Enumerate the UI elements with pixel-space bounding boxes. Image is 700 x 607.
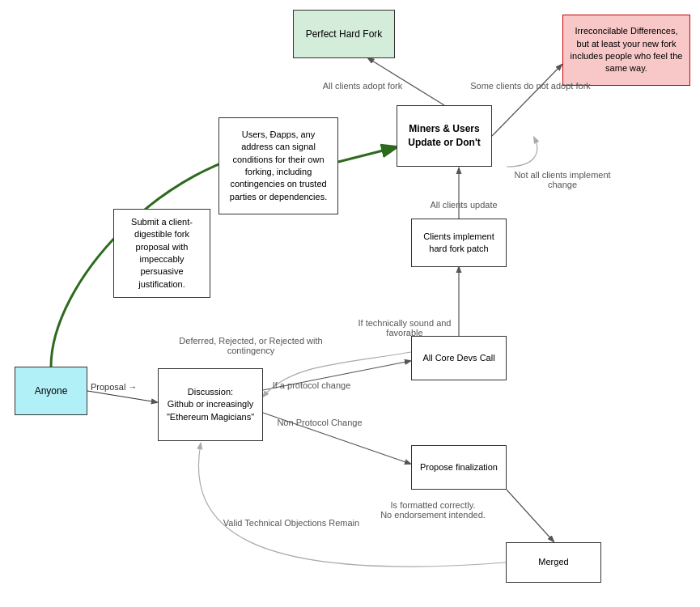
merged-label: Merged	[538, 556, 568, 568]
svg-line-8	[507, 490, 554, 541]
non-protocol-label: Non Protocol Change	[267, 418, 372, 427]
proposal-label: Proposal →	[91, 382, 137, 392]
all-core-devs-node: All Core Devs Call	[411, 336, 507, 380]
svg-line-3	[492, 65, 562, 136]
all-clients-update-label: All clients update	[419, 200, 508, 210]
perfect-fork-node: Perfect Hard Fork	[293, 10, 395, 58]
propose-finalization-label: Propose finalization	[420, 461, 498, 473]
if-technically-label: If technically sound and favorable	[340, 318, 469, 337]
not-all-clients-label: Not all clients implement change	[510, 170, 615, 189]
diagram-container: Anyone Perfect Hard Fork Irreconcilable …	[0, 0, 700, 607]
discussion-label: Discussion:Github or increasingly"Ethere…	[167, 386, 254, 423]
miners-users-label: Miners & Users Update or Don't	[404, 122, 485, 150]
anyone-node: Anyone	[15, 367, 87, 415]
anyone-label: Anyone	[35, 384, 68, 398]
merged-node: Merged	[506, 542, 601, 583]
svg-line-1	[338, 147, 396, 162]
irreconcilable-label: Irreconcilable Differences, but at least…	[570, 25, 683, 75]
users-dapps-node: Users, Ðapps, any address can signal con…	[218, 117, 338, 214]
discussion-node: Discussion:Github or increasingly"Ethere…	[158, 368, 263, 441]
perfect-fork-label: Perfect Hard Fork	[306, 28, 383, 41]
all-clients-adopt-label: All clients adopt fork	[314, 81, 411, 91]
svg-line-0	[87, 391, 157, 402]
valid-technical-label: Valid Technical Objections Remain	[218, 518, 364, 528]
all-core-devs-label: All Core Devs Call	[422, 352, 494, 364]
clients-implement-label: Clients implement hard fork patch	[418, 231, 499, 256]
arrows-svg	[0, 0, 700, 607]
propose-finalization-node: Propose finalization	[411, 445, 507, 490]
if-protocol-label: If a protocol change	[259, 380, 364, 390]
irreconcilable-node: Irreconcilable Differences, but at least…	[562, 15, 690, 86]
clients-implement-node: Clients implement hard fork patch	[411, 219, 507, 267]
deferred-rejected-label: Deferred, Rejected, or Rejected with con…	[170, 336, 332, 355]
users-dapps-label: Users, Ðapps, any address can signal con…	[226, 129, 331, 203]
is-formatted-label: Is formatted correctly.No endorsement in…	[372, 500, 494, 520]
miners-users-node: Miners & Users Update or Don't	[397, 105, 492, 167]
some-clients-not-label: Some clients do not adopt fork	[468, 81, 593, 91]
submit-label: Submit a client-digestible fork proposal…	[121, 216, 203, 291]
submit-node: Submit a client-digestible fork proposal…	[113, 209, 210, 298]
